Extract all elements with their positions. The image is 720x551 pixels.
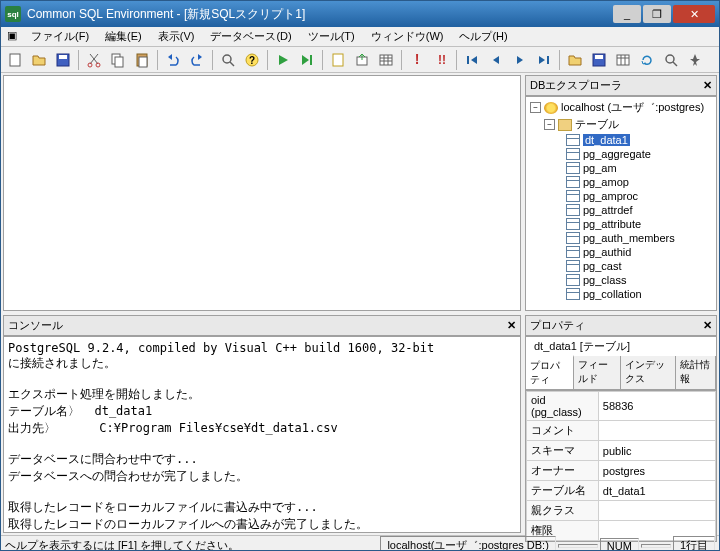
status-empty: [558, 544, 598, 548]
table-icon: [566, 204, 580, 216]
tree-table-node[interactable]: pg_auth_members: [528, 231, 714, 245]
window-title: Common SQL Environment - [新規SQLスクリプト1]: [27, 6, 613, 23]
pin-button[interactable]: [684, 49, 706, 71]
help-button[interactable]: ?: [241, 49, 263, 71]
grid-button[interactable]: [612, 49, 634, 71]
sql-editor[interactable]: [3, 75, 521, 311]
tree-table-node[interactable]: pg_attrdef: [528, 203, 714, 217]
next-record-button[interactable]: [509, 49, 531, 71]
console-title: コンソール ✕: [3, 315, 521, 336]
tree-table-node[interactable]: pg_authid: [528, 245, 714, 259]
open-folder-button[interactable]: [564, 49, 586, 71]
close-icon[interactable]: ✕: [703, 319, 712, 332]
properties-tab[interactable]: インデックス: [621, 356, 676, 389]
svg-text:!: !: [415, 52, 420, 67]
close-button[interactable]: ✕: [673, 5, 715, 23]
refresh-button[interactable]: [636, 49, 658, 71]
table-icon: [566, 190, 580, 202]
status-numlock: NUM: [600, 538, 639, 552]
properties-tab[interactable]: 統計情報: [676, 356, 716, 389]
menu-item[interactable]: ヘルプ(H): [451, 28, 515, 44]
mdi-system-menu-icon[interactable]: ▣: [5, 29, 19, 44]
tree-table-node[interactable]: dt_data1: [528, 133, 714, 147]
last-record-button[interactable]: [533, 49, 555, 71]
properties-grid[interactable]: oid (pg_class)58836コメントスキーマpublicオーナーpos…: [525, 390, 717, 542]
paste-button[interactable]: [131, 49, 153, 71]
tree-table-node[interactable]: pg_collation: [528, 287, 714, 301]
table-icon: [566, 134, 580, 146]
collapse-icon[interactable]: −: [530, 102, 541, 113]
status-connection: localhost(ユーザ゛:postgres DB:): [380, 536, 555, 551]
tree-table-node[interactable]: pg_amop: [528, 175, 714, 189]
svg-text:?: ?: [249, 55, 255, 66]
property-key: コメント: [527, 421, 599, 441]
cut-button[interactable]: [83, 49, 105, 71]
menu-item[interactable]: データベース(D): [202, 28, 299, 44]
tree-node-label: pg_cast: [583, 260, 622, 272]
close-icon[interactable]: ✕: [703, 79, 712, 92]
property-row[interactable]: スキーマpublic: [527, 441, 716, 461]
svg-rect-21: [595, 55, 603, 59]
tree-table-node[interactable]: pg_cast: [528, 259, 714, 273]
properties-tab[interactable]: フィールド: [574, 356, 622, 389]
properties-tab[interactable]: プロパティ: [526, 355, 574, 389]
property-row[interactable]: オーナーpostgres: [527, 461, 716, 481]
table-icon: [566, 148, 580, 160]
first-record-button[interactable]: [461, 49, 483, 71]
properties-tabs: プロパティフィールドインデックス統計情報: [525, 356, 717, 390]
redo-button[interactable]: [186, 49, 208, 71]
db-explorer-tree[interactable]: − localhost (ユーザ゛:postgres) − テーブル dt_da…: [525, 96, 717, 311]
stop-button[interactable]: !: [406, 49, 428, 71]
property-row[interactable]: oid (pg_class)58836: [527, 392, 716, 421]
menu-item[interactable]: 表示(V): [150, 28, 203, 44]
db-explorer-title: DBエクスプローラ ✕: [525, 75, 717, 96]
tree-tables-folder[interactable]: − テーブル: [528, 116, 714, 133]
table-icon: [566, 288, 580, 300]
new-file-button[interactable]: [4, 49, 26, 71]
open-file-button[interactable]: [28, 49, 50, 71]
close-icon[interactable]: ✕: [507, 319, 516, 332]
menu-item[interactable]: ツール(T): [300, 28, 363, 44]
break-button[interactable]: !!: [430, 49, 452, 71]
svg-point-9: [223, 55, 231, 63]
svg-rect-12: [310, 55, 312, 65]
minimize-button[interactable]: _: [613, 5, 641, 23]
property-value: [598, 421, 715, 441]
save-result-button[interactable]: [588, 49, 610, 71]
find-button[interactable]: [217, 49, 239, 71]
menu-item[interactable]: 編集(E): [97, 28, 150, 44]
execute-sql-button[interactable]: [272, 49, 294, 71]
maximize-button[interactable]: ❐: [643, 5, 671, 23]
tree-host-node[interactable]: − localhost (ユーザ゛:postgres): [528, 99, 714, 116]
property-row[interactable]: コメント: [527, 421, 716, 441]
table-grid-button[interactable]: [375, 49, 397, 71]
copy-button[interactable]: [107, 49, 129, 71]
title-bar: sql Common SQL Environment - [新規SQLスクリプト…: [1, 1, 719, 27]
properties-title: プロパティ ✕: [525, 315, 717, 336]
properties-object-header: dt_data1 [テーブル]: [525, 336, 717, 356]
save-button[interactable]: [52, 49, 74, 71]
export-button[interactable]: [351, 49, 373, 71]
prev-record-button[interactable]: [485, 49, 507, 71]
undo-button[interactable]: [162, 49, 184, 71]
execute-script-button[interactable]: [296, 49, 318, 71]
app-icon: sql: [5, 6, 21, 22]
property-value: [598, 501, 715, 521]
zoom-button[interactable]: [660, 49, 682, 71]
new-connection-button[interactable]: [327, 49, 349, 71]
collapse-icon[interactable]: −: [544, 119, 555, 130]
tree-table-node[interactable]: pg_attribute: [528, 217, 714, 231]
tree-table-node[interactable]: pg_amproc: [528, 189, 714, 203]
tree-node-label: テーブル: [575, 117, 619, 132]
property-row[interactable]: テーブル名dt_data1: [527, 481, 716, 501]
tree-table-node[interactable]: pg_class: [528, 273, 714, 287]
status-bar: ヘルプを表示するには [F1] を押してください。 localhost(ユーザ゛…: [1, 535, 719, 551]
svg-rect-13: [333, 54, 343, 66]
tree-table-node[interactable]: pg_aggregate: [528, 147, 714, 161]
menu-item[interactable]: ファイル(F): [23, 28, 97, 44]
menu-item[interactable]: ウィンドウ(W): [363, 28, 452, 44]
property-row[interactable]: 親クラス: [527, 501, 716, 521]
console-output[interactable]: PostgreSQL 9.2.4, compiled by Visual C++…: [3, 336, 521, 533]
svg-rect-6: [115, 57, 123, 67]
tree-table-node[interactable]: pg_am: [528, 161, 714, 175]
